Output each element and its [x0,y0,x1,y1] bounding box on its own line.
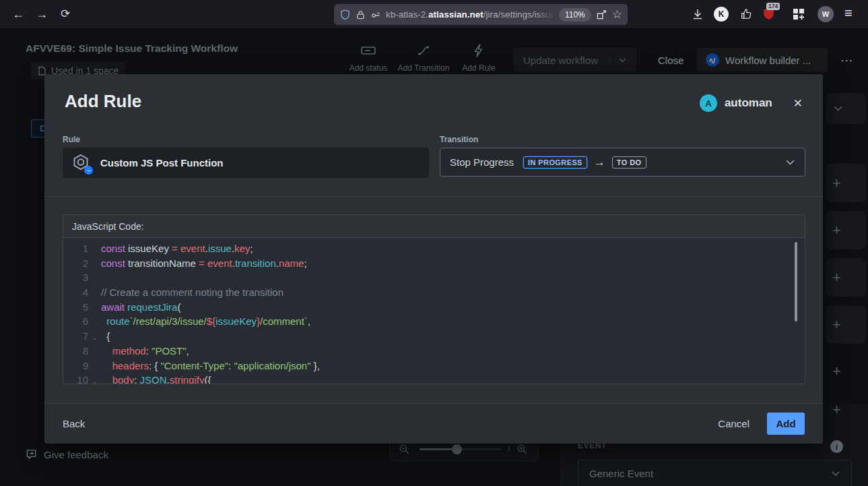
code-line: 3 [63,270,805,285]
extensions-grid-icon[interactable] [792,7,805,21]
transition-select[interactable]: Stop Progress IN PROGRESS → TO DO [440,148,805,177]
dialog-footer: Back Cancel Add [44,403,823,444]
url-bar[interactable]: kb-atlas-2.atlassian.net/jira/settings/i… [334,4,628,25]
editor-scrollbar[interactable] [795,242,797,322]
hexagon-function-icon: → [71,153,91,173]
code-line: 2const transitionName = event.transition… [63,256,805,271]
transition-arrow-icon: → [594,156,605,169]
back-button[interactable]: Back [63,418,85,429]
downloads-icon[interactable] [691,7,704,21]
cancel-button[interactable]: Cancel [718,418,749,429]
user-name: automan [725,96,772,110]
add-button[interactable]: Add [767,413,805,435]
bookmark-star-icon[interactable]: ☆ [612,7,622,22]
tracking-shield-icon[interactable] [339,9,351,20]
rule-value: Custom JS Post Function [100,157,224,169]
blocked-count-badge: 174 [766,3,780,10]
dialog-title: Add Rule [65,91,141,112]
code-lines: 1const issueKey = event.issue.key;2const… [63,241,805,384]
transition-select-chevron-icon [785,159,795,166]
code-line: 1const issueKey = event.issue.key; [63,241,805,256]
rule-value-box[interactable]: → Custom JS Post Function [63,148,429,178]
code-editor[interactable]: 1const issueKey = event.issue.key;2const… [63,238,805,384]
menu-hamburger-icon[interactable]: ≡ [844,5,853,21]
browser-toolbar: ← → ⟳ kb-atlas-2.atlassian.net/jira/sett… [0,0,868,29]
permissions-icon[interactable] [370,10,381,20]
transition-field-label: Transition [440,135,478,144]
user-avatar: A [700,94,717,112]
code-line: 4// Create a comment noting the transiti… [63,285,805,300]
lock-icon[interactable] [356,9,366,20]
divider [44,196,823,197]
code-line: 7⌄ { [63,329,805,344]
user-chip: A automan ✕ [700,94,803,112]
profile-avatar[interactable]: W [817,6,834,22]
post-function-arrow-badge: → [84,166,93,175]
status-badge-from: IN PROGRESS [523,156,587,169]
zoom-level-badge[interactable]: 110% [559,8,591,22]
rule-field-label: Rule [63,135,80,144]
browser-reload-button[interactable]: ⟳ [61,6,70,22]
url-text: kb-atlas-2.atlassian.net/jira/settings/i… [386,9,554,20]
extension-k-icon[interactable]: K [714,7,729,22]
status-badge-to: TO DO [612,156,646,169]
add-rule-dialog: Add Rule A automan ✕ Rule Transition → C… [44,74,823,444]
close-icon[interactable]: ✕ [793,96,803,111]
code-line: 9 headers: { "Content-Type": "applicatio… [63,359,805,373]
fold-chevron-icon[interactable]: ⌄ [92,374,98,384]
code-editor-label: JavaScript Code: [72,221,144,232]
transition-name: Stop Progress [450,156,514,168]
code-line: 10⌄ body: JSON.stringify({ [63,373,805,384]
browser-back-button[interactable]: ← [12,6,24,22]
code-line: 6 route`/rest/api/3/issue/${issueKey}/co… [63,314,805,329]
ublock-shield-icon[interactable]: 174 [762,7,776,21]
code-line: 5await requestJira( [63,300,805,315]
fold-chevron-icon[interactable]: ⌄ [92,330,98,345]
open-in-app-icon[interactable] [596,9,607,20]
code-line: 8 method: "POST", [63,344,805,359]
extension-thumb-icon[interactable] [739,7,752,20]
screen: ← → ⟳ kb-atlas-2.atlassian.net/jira/sett… [0,0,868,486]
browser-forward-button[interactable]: → [36,6,48,22]
code-editor-panel: JavaScript Code: 1const issueKey = event… [63,214,805,384]
code-editor-header: JavaScript Code: [63,215,805,238]
